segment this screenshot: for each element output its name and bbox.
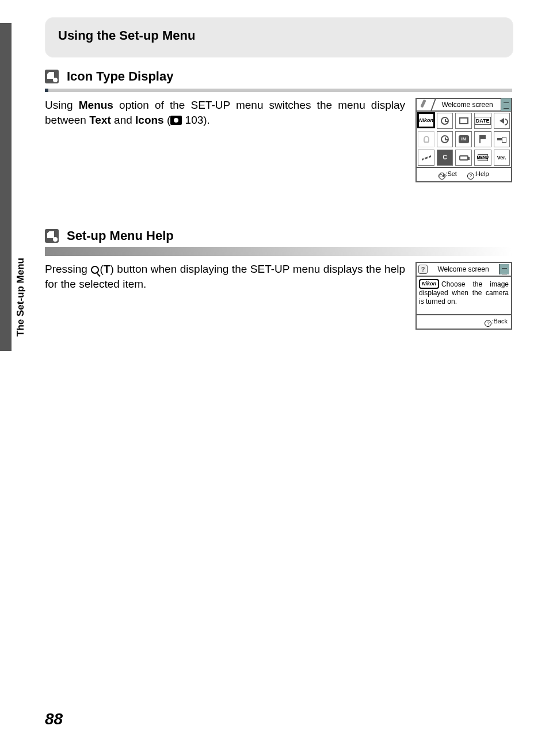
grid-cell-nikon: Nikon [417, 112, 435, 128]
text: ( [164, 114, 171, 126]
reset-icon: C [441, 154, 449, 162]
grid-cell-language [474, 131, 491, 147]
section-title: Icon Type Display [67, 69, 173, 84]
figure2-title: Welcome screen [428, 265, 499, 274]
figure2-footer: ?:Back [417, 314, 511, 329]
figure-footer: OK:Set ?:Help [417, 167, 511, 181]
page-header-box: Using the Set-up Menu [45, 17, 513, 58]
camera-ref-icon [170, 116, 182, 125]
bulb-icon [424, 136, 429, 143]
clock-icon [441, 117, 449, 125]
page-header-title: Using the Set-up Menu [58, 28, 500, 43]
footer-help-label: :Help [474, 170, 489, 177]
figure-help-screen: ? Welcome screen —— NikonChoose the imag… [415, 262, 512, 330]
grid-cell-date: DATE [474, 113, 491, 129]
speaker-icon [500, 118, 504, 124]
grid-cell-reset: C [437, 150, 453, 166]
grid-cell-battery [455, 150, 471, 166]
chapter-tab [0, 23, 12, 351]
grid-cell-timer [437, 131, 453, 147]
text: 103). [182, 114, 210, 126]
in-icon: IN [459, 135, 469, 143]
wave-icon [422, 155, 431, 161]
section1-body: Using Menus option of the SET-UP menu sw… [45, 98, 405, 127]
usb-icon [497, 136, 506, 142]
ok-button-icon: OK [439, 173, 445, 180]
section-title: Set-up Menu Help [67, 228, 174, 243]
screen-icon [459, 117, 468, 124]
help-button-icon: ? [485, 320, 491, 327]
scroll-indicator-icon: —— [499, 264, 509, 274]
help-button-icon: ? [467, 173, 474, 180]
grid-cell-brightness [418, 131, 434, 147]
flag-icon [479, 135, 486, 143]
title-gradient-bar [45, 247, 512, 256]
manual-page: The Set-up Menu Using the Set-up Menu Ic… [0, 0, 549, 756]
battery-icon [459, 155, 468, 161]
text: Pressing [45, 263, 91, 275]
chapter-side-label: The Set-up Menu [15, 258, 26, 337]
figure-title: Welcome screen [434, 99, 501, 110]
note-icon [45, 70, 59, 83]
footer-set-label: :Set [445, 170, 457, 177]
text-bold: Menus [79, 99, 113, 111]
text: and [111, 114, 135, 126]
grid-cell-menus: MENU [474, 150, 491, 166]
figure-icon-menu: Welcome screen —— Nikon DATE IN C [415, 98, 512, 182]
text-bold: Text [89, 114, 111, 126]
text: Using [45, 99, 79, 111]
icon-grid: Nikon DATE IN C MENU Ver. [417, 112, 511, 167]
timer-icon [441, 135, 449, 143]
text-bold: T [104, 263, 110, 275]
note-icon [45, 229, 59, 243]
grid-cell-usb [494, 131, 510, 147]
grid-cell-version: Ver. [494, 150, 510, 166]
grid-cell-sound [494, 113, 510, 129]
magnify-icon [91, 266, 99, 274]
section-setup-menu-help: Set-up Menu Help Pressing (T) button whe… [45, 228, 512, 330]
grid-cell-clock [437, 113, 453, 129]
grid-cell-af [418, 150, 434, 166]
menu-icon: MENU [478, 154, 488, 161]
scroll-indicator-icon: —— [501, 98, 511, 111]
grid-cell-memory: IN [455, 131, 471, 147]
section-icon-type-display: Icon Type Display Using Menus option of … [45, 69, 512, 182]
figure2-body: NikonChoose the image displayed when the… [417, 277, 511, 314]
question-icon: ? [418, 265, 428, 274]
section2-body: Pressing (T) button when displaying the … [45, 262, 405, 291]
footer-back-label: :Back [491, 318, 508, 324]
text-bold: Icons [135, 114, 164, 126]
title-underline [45, 89, 512, 92]
nikon-badge-icon: Nikon [419, 279, 439, 289]
grid-cell-screen [455, 113, 471, 129]
page-number: 88 [45, 710, 63, 728]
